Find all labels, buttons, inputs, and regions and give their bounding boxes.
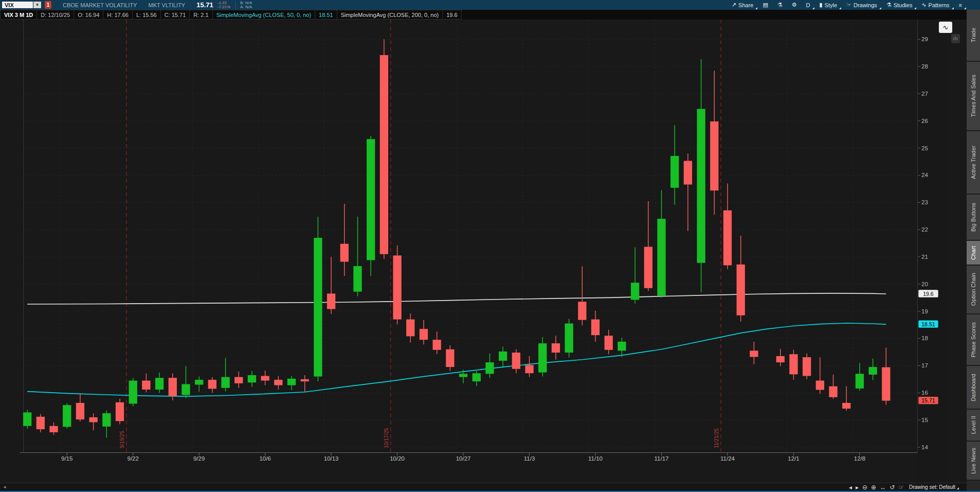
sidebar-tab-option-chain[interactable]: Option Chain [967,266,980,314]
settings-button[interactable]: ⚙ [787,0,802,10]
candle [301,379,309,381]
sidebar-tab-level-ii[interactable]: Level II [967,410,980,442]
chart-canvas[interactable]: 141516171819202122232425262728299/159/22… [0,20,967,483]
y-axis-label: 18 [921,335,928,341]
ohlc-cell: 19.6 [443,10,461,20]
pan-hand-icon[interactable]: ☞ [898,484,904,490]
candle [591,320,600,336]
y-axis-label: 28 [921,63,928,69]
sma50-badge-label: 18.51 [921,321,935,327]
x-axis-label: 10/6 [259,455,270,462]
x-axis-label: 12/8 [854,455,865,462]
curve-tool-button[interactable]: ∿ [939,22,952,33]
candle [261,376,269,381]
change-percent: -7.21% [217,5,230,9]
x-axis-label: 12/1 [788,455,799,462]
drawing-set-label: Drawing set: Default [909,484,955,490]
sidebar-tab-times-and-sales[interactable]: Times And Sales [967,62,980,131]
button-label: Share [738,2,753,8]
candle [882,367,890,401]
event-date-label: 9/19/25 [119,431,125,448]
sma200-badge-label: 19.6 [923,291,934,297]
candle [723,210,732,266]
y-axis-label: 15 [921,417,928,423]
candle [552,343,560,353]
ohlc-cell: O: 16.94 [74,10,103,20]
patterns-button[interactable]: ∿Patterns [917,0,954,10]
candle [512,353,520,369]
sidebar-tab-trade[interactable]: Trade [967,10,980,62]
share-button[interactable]: ↗Share [727,0,758,10]
x-axis-label: 10/20 [390,455,405,462]
list-icon: ≡ [959,2,962,8]
candle [803,357,811,376]
chart-bottom-toolbar: ◄ ◂▸⊖⊕↔↺☞ Drawing set: Default [0,483,967,491]
candle [750,350,758,357]
style-button[interactable]: ▮Style [815,0,842,10]
candle [340,244,349,262]
candle [459,374,467,377]
menu-button[interactable]: ≡ [954,0,967,10]
sidebar-tab-big-buttons[interactable]: Big Buttons [967,195,980,241]
ohlc-header-bar: VIX 3 M 1DD: 12/10/25O: 16.94H: 17.66L: … [0,10,967,20]
event-date-label: 10/17/25 [384,428,389,448]
report-button[interactable]: ▤ [758,0,772,10]
candle [49,426,58,432]
candle [446,349,454,367]
sidebar-tab-label: Times And Sales [970,75,976,117]
studies-button[interactable]: ⚗Studies [882,0,917,10]
x-axis-label: 9/29 [193,455,205,462]
scroll-forward-icon[interactable]: ▸ [856,484,859,490]
candle [420,329,428,340]
sidebar-tab-phase-scores[interactable]: Phase Scores [967,314,980,366]
sidebar-tab-label: Option Chain [970,273,976,306]
corner-triangle-icon [914,7,916,9]
corner-triangle-icon [812,7,814,9]
candle [657,219,665,296]
zoom-in-icon[interactable]: ⊕ [871,484,876,490]
fit-width-icon[interactable]: ↔ [880,484,886,490]
scrollbar-left-arrow-icon[interactable]: ◄ [3,485,7,489]
sidebar-tab-label: Trade [970,28,976,42]
symbol-box: VIX ▼ [2,1,42,9]
timeframe-button[interactable]: D [802,0,815,10]
scroll-back-icon[interactable]: ◂ [849,484,852,490]
flask-icon: ⚗ [886,2,892,8]
symbol-dropdown-button[interactable]: ▼ [33,1,42,9]
candle [89,417,97,423]
axis-gutter [917,20,947,483]
drawing-set-selector[interactable]: Drawing set: Default [909,484,959,490]
zoom-out-icon[interactable]: ⊖ [862,484,867,490]
y-axis-label: 17 [921,362,928,368]
event-date-label: 11/21/25 [714,428,719,448]
y-axis-label: 19 [921,308,928,314]
candle [538,343,547,373]
candle [737,265,745,315]
flask-icon: ⚗ [777,2,783,8]
hand-icon: ☞ [846,2,851,8]
sidebar-tab-active-trader[interactable]: Active Trader [967,131,980,195]
candle [248,375,256,382]
sidebar-tab-label: Big Buttons [970,203,976,232]
drawings-button[interactable]: ☞Drawings [842,0,882,10]
reset-view-icon[interactable]: ↺ [890,484,895,490]
sidebar-tab-live-news[interactable]: Live News [967,442,980,481]
candle [697,109,705,263]
candle [353,266,361,292]
corner-triangle-icon [755,7,757,9]
corner-triangle-icon [952,7,954,9]
ask-value: A: N/A [240,5,252,9]
sidebar-tab-chart[interactable]: Chart [967,241,980,266]
sidebar-tab-dashboard[interactable]: Dashboard [967,366,980,410]
candle [816,381,824,390]
analyze-flask-button[interactable]: ⚗ [773,0,787,10]
share-icon: ↗ [732,2,736,8]
candle [776,356,785,362]
corner-triangle-icon [957,487,959,489]
candle [287,379,296,385]
alert-count-badge[interactable]: 1 [45,1,51,9]
symbol-input[interactable]: VIX [2,1,33,9]
volume-toggle-button[interactable]: ılı [951,34,960,43]
candle [314,238,322,376]
gear-icon: ⚙ [792,2,797,8]
